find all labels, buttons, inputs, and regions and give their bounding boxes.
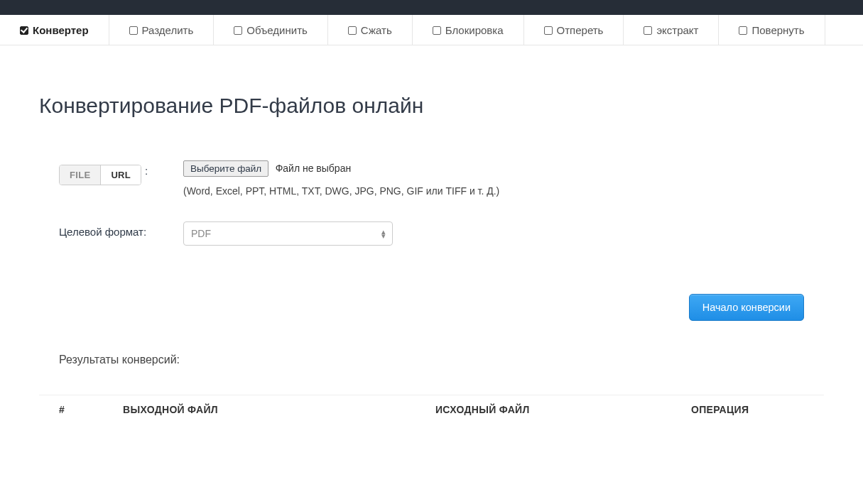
- top-bar: [0, 0, 863, 15]
- tab-label: Отпереть: [557, 24, 604, 36]
- col-output: ВЫХОДНОЙ ФАЙЛ: [123, 404, 435, 415]
- col-index: #: [59, 404, 123, 415]
- source-url-tab[interactable]: URL: [100, 165, 141, 185]
- start-conversion-button[interactable]: Начало конверсии: [689, 294, 804, 321]
- tab-merge[interactable]: Объединить: [214, 15, 328, 45]
- source-label-group: FILE URL :: [59, 160, 183, 197]
- checkbox-icon: [348, 26, 357, 35]
- tab-label: Конвертер: [33, 24, 89, 36]
- no-file-text: Файл не выбран: [276, 163, 352, 174]
- file-types-hint: (Word, Excel, PPT, HTML, TXT, DWG, JPG, …: [183, 185, 824, 197]
- tab-lock[interactable]: Блокировка: [413, 15, 524, 45]
- checkbox-icon: [644, 26, 652, 35]
- checkbox-icon: [433, 26, 441, 35]
- target-format-select[interactable]: PDF: [183, 221, 393, 246]
- checkbox-icon: [234, 26, 242, 35]
- results-header-row: # ВЫХОДНОЙ ФАЙЛ ИСХОДНЫЙ ФАЙЛ ОПЕРАЦИЯ: [39, 395, 824, 424]
- tab-label: Повернуть: [751, 24, 804, 36]
- source-file-tab[interactable]: FILE: [60, 165, 100, 185]
- tab-label: Разделить: [142, 24, 194, 36]
- tab-compress[interactable]: Сжать: [328, 15, 413, 45]
- results-table: # ВЫХОДНОЙ ФАЙЛ ИСХОДНЫЙ ФАЙЛ ОПЕРАЦИЯ: [39, 395, 824, 424]
- source-segmented: FILE URL: [59, 165, 141, 185]
- checkbox-icon: [129, 26, 138, 35]
- choose-file-button[interactable]: Выберите файл: [183, 160, 268, 177]
- tab-converter[interactable]: Конвертер: [0, 15, 109, 45]
- page-title: Конвертирование PDF-файлов онлайн: [39, 94, 824, 118]
- col-source: ИСХОДНЫЙ ФАЙЛ: [435, 404, 691, 415]
- tab-label: Блокировка: [445, 24, 504, 36]
- tab-label: Сжать: [361, 24, 392, 36]
- results-title: Результаты конверсий:: [59, 354, 824, 366]
- tab-rotate[interactable]: Повернуть: [719, 15, 825, 45]
- col-operation: ОПЕРАЦИЯ: [691, 404, 804, 415]
- main-tabs: Конвертер Разделить Объединить Сжать Бло…: [0, 15, 863, 45]
- tab-label: Объединить: [246, 24, 308, 36]
- checkbox-icon: [739, 26, 747, 35]
- target-format-label: Целевой формат:: [59, 221, 183, 246]
- checkbox-icon: [544, 26, 553, 35]
- tab-split[interactable]: Разделить: [109, 15, 215, 45]
- checkbox-checked-icon: [20, 26, 28, 35]
- colon: :: [145, 165, 148, 177]
- tab-label: экстракт: [656, 24, 698, 36]
- tab-unlock[interactable]: Отпереть: [524, 15, 624, 45]
- tab-extract[interactable]: экстракт: [624, 15, 719, 45]
